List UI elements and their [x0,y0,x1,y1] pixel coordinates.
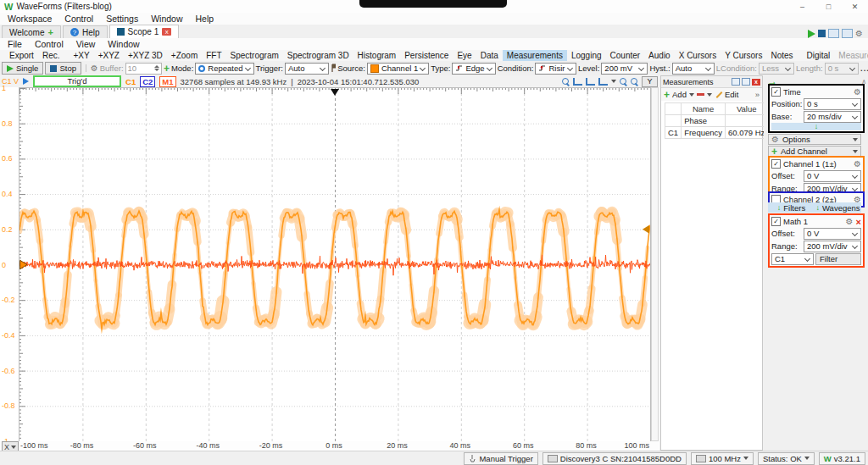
level-select[interactable]: 200 mV [601,63,648,75]
view-item--xy[interactable]: +XY [69,50,93,61]
math-range-select[interactable]: 200 mV/div [804,241,861,252]
zoom-out-icon[interactable] [620,78,627,86]
math-offset-select[interactable]: 0 V [804,228,861,240]
view-item-spectrogram-3d[interactable]: Spectrogram 3D [283,50,353,61]
channel1-gear-icon[interactable]: ⚙ [854,160,861,169]
view-item-x-cursors[interactable]: X Cursors [675,50,721,61]
view-item-counter[interactable]: Counter [606,50,645,61]
menu-help[interactable]: Help [196,14,214,24]
chevron-down-icon[interactable] [707,93,712,97]
math-input-select[interactable]: C1 [771,253,814,265]
cascade-windows-icon[interactable] [828,29,839,38]
view-item-logging[interactable]: Logging [567,50,606,61]
measurement-row[interactable]: C1Frequency60.079 Hz [665,127,768,139]
y-axis-button[interactable]: Y [642,76,658,87]
view-item-rec-[interactable]: Rec. [38,50,64,61]
hysteresis-select[interactable]: Auto [672,63,715,75]
view-item-fft[interactable]: FFT [202,50,225,61]
edit-pencil-icon[interactable] [715,91,722,98]
spinner-arrows-icon[interactable] [154,65,159,71]
tab-welcome[interactable]: Welcome + [2,25,61,38]
close-panel-icon[interactable]: x [752,79,760,86]
measurement-row[interactable]: Phase [665,115,768,127]
menu-workspace[interactable]: Workspace [8,14,52,24]
position-select[interactable]: 0 s [804,98,861,110]
buffer-gear-icon[interactable]: ⚙ [91,64,98,73]
toolbar-overflow[interactable]: » [755,90,760,99]
math1-legend[interactable]: M1 [159,76,175,87]
maximize-panel-icon[interactable] [742,78,750,86]
view-item-persistence[interactable]: Persistence [400,50,453,61]
close-tab-icon[interactable]: x [162,28,171,36]
add-tab-icon[interactable]: + [48,29,53,36]
filter-button[interactable]: Filter [815,253,861,265]
stop-button[interactable]: Stop [45,62,81,75]
ch1-offset-select[interactable]: 0 V [804,170,861,182]
view-item-export[interactable]: Export [5,50,38,61]
maximize-button[interactable]: □ [815,0,842,13]
zoom-in-icon[interactable] [562,78,570,86]
scope-menu-control[interactable]: Control [35,39,64,49]
run-all-icon[interactable] [808,30,815,38]
view-item-spectrogram[interactable]: Spectrogram [226,50,283,61]
condition-select[interactable]: Risir [535,63,576,75]
version-button[interactable]: W v3.21.1 [819,452,865,465]
wavegens-link[interactable]: ↓ Wavegens [815,203,861,213]
add-buffer-icon[interactable]: + [164,64,170,73]
time-expand-strip[interactable]: ↓ [771,123,861,130]
close-button[interactable]: ✕ [842,0,868,13]
scope-menu-window[interactable]: Window [108,39,139,49]
channel1-checkbox[interactable]: ✓ [771,159,781,169]
tab-scope1[interactable]: Scope 1 x [109,25,180,38]
manual-trigger-button[interactable]: Manual Trigger [464,452,537,465]
view-item-digital[interactable]: Digital [803,50,835,61]
scope-plot[interactable] [19,87,651,442]
chevron-down-icon[interactable] [689,93,694,97]
menu-settings[interactable]: Settings [106,14,138,24]
edit-measurement-label[interactable]: Edit [725,90,738,99]
view-item-measurements[interactable]: Measurements [503,50,567,61]
mode-select[interactable]: Repeated [195,63,253,75]
view-item--xyz[interactable]: +XYZ [94,50,124,61]
math1-checkbox[interactable]: ✓ [771,217,781,226]
channel2-legend[interactable]: C2 [140,76,155,87]
menu-control[interactable]: Control [64,14,93,24]
tile-windows-icon[interactable] [842,29,853,38]
minimize-button[interactable]: – [789,0,815,13]
more-options[interactable]: ... [860,64,868,73]
add-measurement-icon[interactable]: + [664,91,670,99]
zoom-y-icon[interactable] [598,78,608,86]
device-button[interactable]: Discovery3 C SN:21041585D0DD [542,452,687,465]
remove-math-icon[interactable]: × [856,218,861,226]
settings-gear-icon[interactable]: ⚙ [855,30,863,38]
plot-vertical-scrollbar[interactable] [651,87,659,441]
manual-trigger-flag-icon[interactable] [331,64,336,73]
chevron-down-icon[interactable] [611,80,616,83]
buffer-spinner[interactable]: 10 [125,63,162,75]
view-item-eye[interactable]: Eye [453,50,476,61]
source-select[interactable]: Channel 1 [367,63,429,75]
status-ok-button[interactable]: Status: OK [758,452,815,465]
view-item-audio[interactable]: Audio [644,50,675,61]
single-button[interactable]: Single [2,62,43,75]
channel1-legend[interactable]: C1 [125,77,136,86]
zoom-reset-icon[interactable] [631,78,638,86]
clock-button[interactable]: 100 MHz [691,452,754,465]
view-item-histogram[interactable]: Histogram [353,50,401,61]
stop-all-icon[interactable] [818,30,826,37]
view-item--xyz-3d[interactable]: +XYZ 3D [124,50,167,61]
scope-menu-file[interactable]: File [8,39,22,49]
view-item-y-cursors[interactable]: Y Cursors [721,50,766,61]
float-panel-icon[interactable] [732,78,740,86]
view-item--zoom[interactable]: +Zoom [167,50,202,61]
view-item-data[interactable]: Data [476,50,503,61]
options-button[interactable]: ⚙ Options [768,134,861,145]
zoom-select-icon[interactable] [573,78,582,86]
type-select[interactable]: Edge [452,63,495,75]
base-select[interactable]: 20 ms/div [804,111,861,123]
tab-help[interactable]: ? Help [63,25,108,38]
menu-window[interactable]: Window [151,14,182,24]
zoom-x-icon[interactable] [586,78,595,86]
time-gear-icon[interactable]: ⚙ [854,88,861,97]
scope-menu-view[interactable]: View [76,39,96,49]
